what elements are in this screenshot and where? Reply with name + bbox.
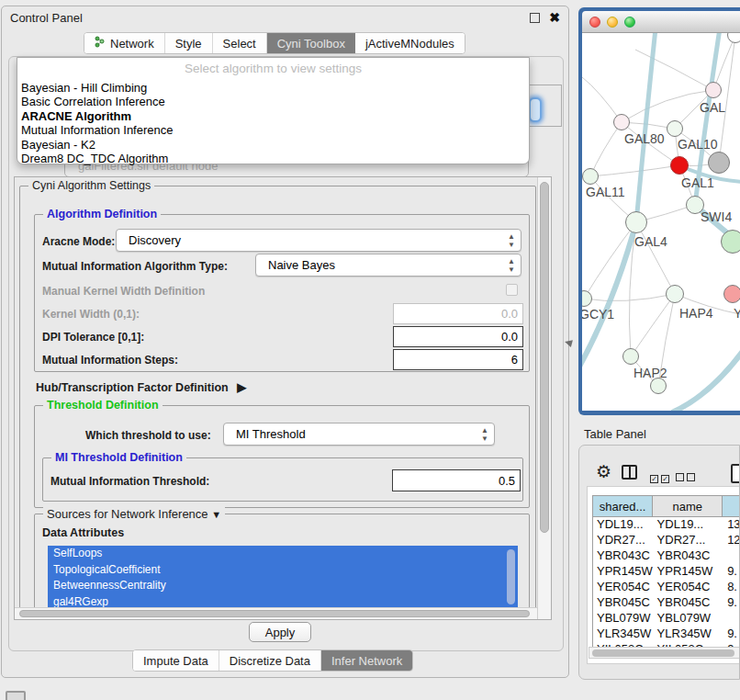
network-node-gal[interactable] — [705, 82, 722, 98]
tab-discretize-data[interactable]: Discretize Data — [219, 650, 321, 671]
mi-type-label: Mutual Information Algorithm Type: — [42, 260, 228, 273]
network-node-gal11[interactable] — [582, 168, 599, 185]
tab-network[interactable]: Network — [84, 33, 165, 53]
tab-infer-network[interactable]: Infer Network — [321, 650, 412, 671]
data-attributes-list[interactable]: SelfLoops TopologicalCoefficient Between… — [48, 546, 518, 612]
tab-jactivemnodules[interactable]: jActiveMNodules — [355, 33, 465, 53]
algorithm-definition-group: Algorithm Definition Aracne Mode: Discov… — [34, 214, 530, 372]
which-threshold-combobox[interactable]: MI Threshold ▲▼ — [223, 423, 495, 446]
mi-type-combobox[interactable]: Naive Bayes ▲▼ — [255, 254, 521, 277]
table-row[interactable]: YER054CYER054C8. — [593, 580, 740, 595]
list-scrollbar-thumb[interactable] — [507, 549, 515, 604]
dropdown-item-selected[interactable]: ARACNE Algorithm — [17, 109, 529, 123]
zoom-traffic-light-icon[interactable] — [624, 17, 635, 28]
table-horizontal-scrollbar[interactable] — [589, 647, 740, 659]
threshold-definition-title: Threshold Definition — [43, 399, 163, 412]
network-node-hap2[interactable] — [622, 348, 639, 365]
network-canvas[interactable]: GAL GAL80 GAL10 GAL1 GAL11 SWI4 GAL4 GCY… — [582, 33, 740, 411]
deselect-all-checkboxes-icon[interactable] — [676, 469, 698, 485]
mi-threshold-field[interactable]: 0.5 — [392, 469, 521, 491]
network-node[interactable] — [708, 152, 730, 174]
dropdown-item[interactable]: Bayesian - K2 — [17, 138, 529, 152]
minimized-palette-icon[interactable] — [6, 691, 26, 700]
node-label: GAL1 — [681, 175, 714, 190]
network-window-titlebar[interactable] — [582, 11, 740, 33]
table-row[interactable]: YDR27...YDR27...12 — [593, 533, 740, 548]
mi-steps-field[interactable]: 6 — [393, 349, 523, 370]
list-item[interactable]: SelfLoops — [48, 546, 518, 562]
settings-scroll-area: Cyni Algorithm Settings Algorithm Defini… — [14, 176, 552, 620]
float-window-icon[interactable] — [530, 13, 540, 23]
apply-button[interactable]: Apply — [249, 622, 311, 642]
table-row[interactable]: YLR345WYLR345W9. — [593, 627, 740, 642]
table-row[interactable]: YBR043CYBR043C — [593, 548, 740, 564]
network-node-gal10[interactable] — [667, 120, 683, 137]
dpi-tolerance-label: DPI Tolerance [0,1]: — [42, 331, 144, 344]
network-node-gal1[interactable] — [670, 156, 689, 175]
cyni-algorithm-settings-title: Cyni Algorithm Settings — [28, 179, 154, 192]
combo-arrows-icon: ▲▼ — [508, 257, 515, 274]
column-header-name[interactable]: name — [653, 496, 723, 516]
tab-style[interactable]: Style — [165, 33, 213, 53]
manual-kernel-checkbox[interactable] — [506, 284, 518, 296]
table-body[interactable]: YDL19...YDL19...13 YDR27...YDR27...12 YB… — [592, 517, 740, 647]
table-row[interactable]: YPR145WYPR145W9. — [593, 564, 740, 580]
minimize-traffic-light-icon[interactable] — [607, 17, 618, 28]
network-node[interactable] — [721, 230, 740, 254]
network-node-gal4[interactable] — [625, 211, 647, 233]
dropdown-item[interactable]: Mutual Information Inference — [17, 123, 529, 137]
mi-threshold-title: MI Threshold Definition — [51, 451, 186, 464]
mi-threshold-group: MI Threshold Definition Mutual Informati… — [42, 457, 523, 502]
settings-vertical-scrollbar[interactable] — [537, 177, 551, 619]
aracne-mode-label: Aracne Mode: — [42, 235, 115, 248]
node-label: SWI4 — [701, 209, 732, 224]
list-item[interactable]: BetweennessCentrality — [48, 578, 518, 594]
network-icon — [95, 36, 106, 51]
columns-icon[interactable] — [622, 465, 637, 480]
sources-title[interactable]: Sources for Network Inference ▼ — [43, 507, 225, 521]
list-item[interactable]: TopologicalCoefficient — [48, 562, 518, 579]
hub-definition-toggle[interactable]: Hub/Transcription Factor Definition ▶ — [36, 380, 246, 394]
tab-impute-data[interactable]: Impute Data — [133, 650, 219, 671]
network-node-gal80[interactable] — [613, 114, 630, 130]
gear-icon[interactable]: ⚙ — [596, 464, 611, 481]
scrollbar-thumb[interactable] — [592, 649, 734, 657]
column-header-shared[interactable]: shared... — [593, 496, 653, 516]
threshold-definition-group: Threshold Definition Which threshold to … — [34, 405, 530, 508]
which-threshold-label: Which threshold to use: — [85, 429, 211, 442]
control-panel-titlebar: Control Panel ✖ — [2, 6, 568, 29]
tab-cyni-toolbox[interactable]: Cyni Toolbox — [267, 33, 355, 53]
network-node-hap4[interactable] — [666, 285, 684, 303]
network-node[interactable] — [650, 378, 667, 394]
combo-arrows-icon: ▲▼ — [481, 426, 488, 443]
control-panel-window: Control Panel ✖ Network Style Select Cyn… — [1, 6, 569, 678]
dpi-tolerance-field[interactable]: 0.0 — [393, 326, 523, 347]
close-traffic-light-icon[interactable] — [589, 17, 600, 28]
column-header-partial[interactable] — [723, 496, 740, 516]
aracne-mode-combobox[interactable]: Discovery ▲▼ — [116, 229, 521, 252]
close-icon[interactable]: ✖ — [549, 13, 560, 23]
node-label: GCY1 — [582, 307, 614, 322]
mouse-cursor — [564, 338, 573, 347]
select-all-checkboxes-icon[interactable]: ✓✓ — [650, 469, 672, 485]
table-row[interactable]: YBR045CYBR045C9. — [593, 595, 740, 611]
scrollbar-thumb[interactable] — [540, 182, 549, 533]
node-table: shared... name YDL19...YDL19...13 YDR27.… — [592, 495, 740, 647]
dropdown-item[interactable]: Basic Correlation Inference — [17, 95, 529, 108]
table-row[interactable]: YDL19...YDL19...13 — [593, 517, 740, 533]
scrollbar-thumb[interactable] — [19, 610, 530, 617]
node-label: Y — [734, 306, 740, 321]
document-icon[interactable] — [731, 464, 740, 483]
dropdown-item[interactable]: Dream8 DC_TDC Algorithm — [17, 152, 529, 165]
algorithm-dropdown-placeholder: Select algorithm to view settings — [17, 58, 529, 75]
dropdown-item[interactable]: Bayesian - Hill Climbing — [17, 81, 529, 95]
network-view-window: GAL GAL80 GAL10 GAL1 GAL11 SWI4 GAL4 GCY… — [578, 7, 740, 415]
network-node-y[interactable] — [723, 285, 740, 303]
table-row[interactable]: YBL079WYBL079W — [593, 611, 740, 627]
expand-right-icon: ▶ — [237, 380, 246, 394]
settings-horizontal-scrollbar[interactable] — [15, 607, 537, 619]
tab-select[interactable]: Select — [213, 33, 267, 53]
table-panel: ⚙ ✓✓ shared... name YDL19...YDL19...13 Y… — [578, 445, 740, 680]
focused-combobox-fragment — [529, 97, 542, 122]
mi-threshold-label: Mutual Information Threshold: — [50, 475, 209, 488]
